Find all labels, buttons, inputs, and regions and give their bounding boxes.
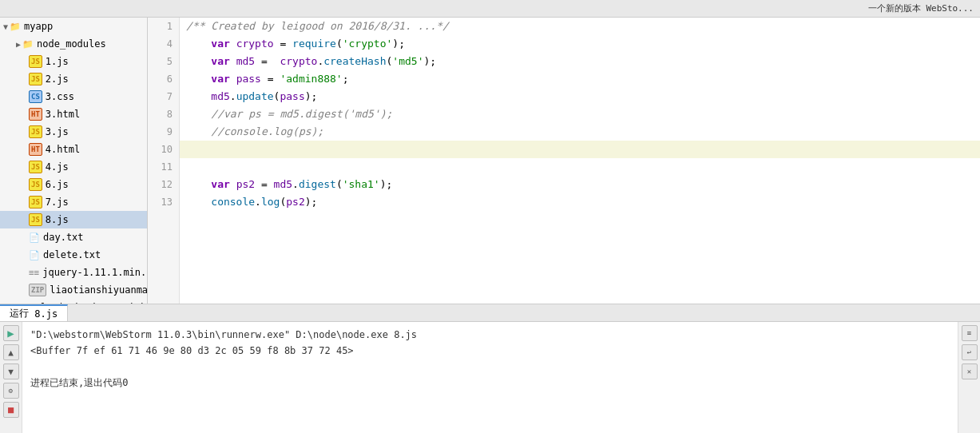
sidebar-item-label: 3.css bbox=[46, 91, 74, 102]
triangle-icon: ▼ bbox=[3, 22, 8, 31]
line-numbers: 1 4 5 6 7 8 9 10 11 12 13 bbox=[148, 18, 180, 304]
sidebar-item-label: 7.js bbox=[46, 197, 69, 208]
tab-run[interactable]: 运行 8.js bbox=[0, 304, 68, 321]
stop-button[interactable]: ■ bbox=[3, 402, 19, 418]
code-line-4: var crypto = require('crypto'); bbox=[180, 35, 980, 53]
bottom-tabs: 运行 8.js bbox=[0, 304, 980, 321]
sidebar-item-label: 4.js bbox=[46, 161, 69, 173]
sidebar-item-node-modules[interactable]: ▶ 📁 node_modules bbox=[0, 35, 147, 53]
sidebar-item-2js[interactable]: JS 2.js bbox=[0, 70, 147, 88]
js-icon: JS bbox=[29, 213, 42, 226]
zip-icon: ZIP bbox=[29, 284, 46, 296]
sidebar-item-label: liaotianshiyuanma.zip bbox=[50, 284, 148, 296]
line-num-10: 10 bbox=[148, 141, 179, 158]
code-line-12: var ps2 = md5.digest('sha1'); bbox=[180, 176, 980, 193]
code-line-5: var md5 = crypto.createHash('md5'); bbox=[180, 53, 980, 70]
code-line-10 bbox=[180, 141, 980, 158]
folder-open-icon: 📁 bbox=[10, 22, 21, 32]
line-num-13: 13 bbox=[148, 193, 179, 211]
code-line-6: var pass = 'admin888'; bbox=[180, 70, 980, 88]
terminal-content: "D:\webstorm\WebStorm 11.0.3\bin\runnerw… bbox=[22, 322, 958, 433]
js-icon: JS bbox=[29, 178, 42, 191]
triangle-icon: ▶ bbox=[16, 40, 21, 49]
sidebar-item-label: delete.txt bbox=[43, 249, 101, 260]
sidebar-item-label: 6.js bbox=[46, 179, 69, 190]
code-line-7: md5.update(pass); bbox=[180, 88, 980, 105]
code-lines[interactable]: /** Created by leigood on 2016/8/31. ...… bbox=[180, 18, 980, 304]
sidebar-item-deletetxt[interactable]: 📄 delete.txt bbox=[0, 246, 147, 264]
code-line-8: //var ps = md5.digest('md5'); bbox=[180, 105, 980, 123]
sidebar-item-label: 8.js bbox=[46, 214, 69, 225]
code-line-9: //console.log(ps); bbox=[180, 123, 980, 141]
line-num-5: 5 bbox=[148, 53, 179, 70]
line-num-7: 7 bbox=[148, 88, 179, 105]
sidebar-item-4js[interactable]: JS 4.js bbox=[0, 158, 147, 176]
sidebar-item-label: jquery-1.11.1.min.js bbox=[42, 267, 148, 278]
terminal-blank bbox=[30, 359, 950, 375]
sidebar-item-1js[interactable]: JS 1.js bbox=[0, 53, 147, 70]
tab-file-label: 8.js bbox=[34, 308, 58, 320]
js-icon: JS bbox=[29, 196, 42, 209]
sidebar-item-label: node_modules bbox=[37, 38, 106, 50]
line-num-11: 11 bbox=[148, 158, 179, 176]
sidebar-item-7js[interactable]: JS 7.js bbox=[0, 193, 147, 211]
terminal-exit-line: 进程已结束,退出代码0 bbox=[30, 375, 950, 391]
line-num-8: 8 bbox=[148, 105, 179, 123]
sidebar-item-3css[interactable]: CS 3.css bbox=[0, 88, 147, 105]
txt-icon: 📄 bbox=[29, 250, 40, 260]
top-bar: 一个新的版本 WebSto... bbox=[0, 0, 980, 18]
filter-button[interactable]: ≡ bbox=[962, 325, 978, 341]
line-num-9: 9 bbox=[148, 123, 179, 141]
update-label: 一个新的版本 WebSto... bbox=[868, 2, 974, 14]
sidebar-item-label: 1.js bbox=[46, 56, 69, 67]
terminal-cmd-line: "D:\webstorm\WebStorm 11.0.3\bin\runnerw… bbox=[30, 327, 950, 343]
line-num-1: 1 bbox=[148, 18, 179, 35]
terminal-right-sidebar: ≡ ↩ ✕ bbox=[958, 322, 980, 433]
code-line-13: console.log(ps2); bbox=[180, 193, 980, 211]
sidebar-item-myapp[interactable]: ▼ 📁 myapp bbox=[0, 18, 147, 35]
txt-icon: 📄 bbox=[29, 232, 40, 243]
terminal-area: ▶ ▲ ▼ ⚙ ■ "D:\webstorm\WebStorm 11.0.3\b… bbox=[0, 321, 980, 433]
sidebar-item-label: myapp bbox=[24, 21, 53, 32]
sidebar-item-label: 2.js bbox=[46, 73, 69, 85]
terminal-output-line: <Buffer 7f ef 61 71 46 9e 80 d3 2c 05 59… bbox=[30, 343, 950, 359]
sidebar: ▼ 📁 myapp ▶ 📁 node_modules JS 1.js JS 2.… bbox=[0, 18, 148, 304]
html-icon: HT bbox=[29, 143, 42, 156]
code-container[interactable]: 1 4 5 6 7 8 9 10 11 12 13 /** Created by… bbox=[148, 18, 980, 304]
terminal-left-sidebar: ▶ ▲ ▼ ⚙ ■ bbox=[0, 322, 22, 433]
line-num-4: 4 bbox=[148, 35, 179, 53]
line-num-12: 12 bbox=[148, 176, 179, 193]
sidebar-item-liaotian[interactable]: ZIP liaotianshiyuanma.zip bbox=[0, 281, 147, 299]
js-icon: JS bbox=[29, 55, 42, 68]
sidebar-item-daytxt[interactable]: 📄 day.txt bbox=[0, 228, 147, 246]
line-num-6: 6 bbox=[148, 70, 179, 88]
css-icon: CS bbox=[29, 90, 42, 103]
wrap-button[interactable]: ↩ bbox=[962, 344, 978, 360]
editor-area: 1 4 5 6 7 8 9 10 11 12 13 /** Created by… bbox=[148, 18, 980, 304]
js-icon: JS bbox=[29, 73, 42, 85]
main-area: ▼ 📁 myapp ▶ 📁 node_modules JS 1.js JS 2.… bbox=[0, 18, 980, 304]
scroll-up-button[interactable]: ▲ bbox=[3, 344, 19, 360]
lib-icon: ≡≡ bbox=[29, 268, 39, 278]
sidebar-item-jquery[interactable]: ≡≡ jquery-1.11.1.min.js bbox=[0, 264, 147, 281]
sidebar-item-8js[interactable]: JS 8.js bbox=[0, 211, 147, 228]
sidebar-item-label: day.txt bbox=[43, 232, 84, 243]
html-icon: HT bbox=[29, 108, 42, 121]
code-line-1: /** Created by leigood on 2016/8/31. ...… bbox=[180, 18, 980, 35]
sidebar-item-3js[interactable]: JS 3.js bbox=[0, 123, 147, 141]
sidebar-item-label: 4.html bbox=[46, 144, 80, 155]
sidebar-item-label: 3.js bbox=[46, 126, 69, 137]
sidebar-item-3html[interactable]: HT 3.html bbox=[0, 105, 147, 123]
sidebar-item-6js[interactable]: JS 6.js bbox=[0, 176, 147, 193]
clear-button[interactable]: ✕ bbox=[962, 363, 978, 379]
sidebar-item-label: 3.html bbox=[46, 109, 80, 120]
run-button[interactable]: ▶ bbox=[3, 325, 19, 341]
scroll-down-button[interactable]: ▼ bbox=[3, 363, 19, 379]
sidebar-item-4html[interactable]: HT 4.html bbox=[0, 141, 147, 158]
tab-run-label: 运行 bbox=[10, 307, 29, 320]
js-icon: JS bbox=[29, 161, 42, 173]
settings-button[interactable]: ⚙ bbox=[3, 383, 19, 399]
code-line-11 bbox=[180, 158, 980, 176]
folder-icon: 📁 bbox=[22, 39, 34, 50]
js-icon: JS bbox=[29, 125, 42, 138]
